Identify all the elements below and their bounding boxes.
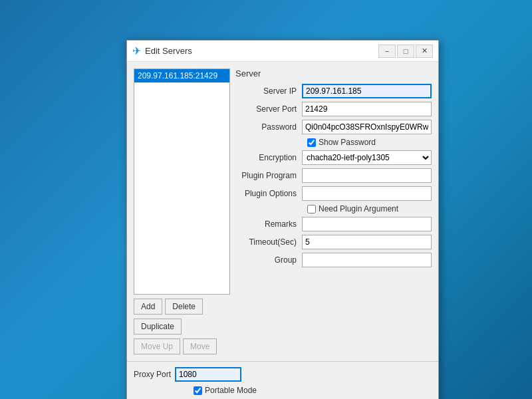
need-plugin-arg-label[interactable]: Need Plugin Argument (307, 204, 398, 213)
server-port-input[interactable] (302, 102, 432, 116)
move-up-button[interactable]: Move Up (134, 338, 180, 354)
encryption-select[interactable]: chacha20-ietf-poly1305 aes-256-gcm aes-1… (302, 150, 432, 165)
title-bar-left: ✈ Edit Servers (132, 45, 192, 57)
server-ip-input[interactable] (302, 84, 432, 98)
close-button[interactable]: ✕ (416, 45, 433, 58)
show-password-row: Show Password (235, 138, 432, 147)
plugin-program-input[interactable] (302, 168, 432, 183)
add-delete-buttons: Add Delete (134, 299, 230, 315)
dialog-title: Edit Servers (145, 46, 192, 56)
duplicate-button[interactable]: Duplicate (134, 319, 182, 334)
dialog-footer: Proxy Port Portable Mode OK Cancel Apply (127, 361, 438, 399)
right-panel: Server Server IP Server Port Password (235, 68, 432, 354)
need-plugin-arg-text: Need Plugin Argument (319, 204, 398, 213)
maximize-button[interactable]: □ (397, 45, 414, 58)
duplicate-button-row: Duplicate (134, 319, 230, 334)
proxy-port-row: Proxy Port (134, 367, 432, 382)
show-password-label[interactable]: Show Password (307, 138, 376, 147)
portable-mode-row: Portable Mode (134, 386, 432, 395)
portable-mode-label[interactable]: Portable Mode (194, 386, 257, 395)
server-ip-row: Server IP (235, 84, 432, 98)
remarks-row: Remarks (235, 217, 432, 231)
plugin-program-row: Plugin Program (235, 168, 432, 183)
password-label: Password (235, 122, 302, 132)
title-buttons: − □ ✕ (378, 45, 433, 58)
timeout-label: Timeout(Sec) (235, 237, 302, 247)
password-row: Password (235, 120, 432, 134)
group-input[interactable] (302, 253, 432, 267)
password-input[interactable] (302, 120, 432, 134)
encryption-row: Encryption chacha20-ietf-poly1305 aes-25… (235, 150, 432, 165)
portable-mode-checkbox[interactable] (194, 386, 202, 395)
need-plugin-arg-checkbox[interactable] (307, 205, 316, 213)
need-plugin-arg-row: Need Plugin Argument (235, 204, 432, 213)
dialog-body: 209.97.161.185:21429 Add Delete Duplicat… (127, 62, 438, 361)
group-row: Group (235, 253, 432, 267)
proxy-port-label: Proxy Port (134, 370, 171, 379)
server-section-label: Server (235, 68, 432, 78)
server-ip-label: Server IP (235, 86, 302, 96)
server-port-row: Server Port (235, 102, 432, 116)
plugin-options-row: Plugin Options (235, 186, 432, 201)
remarks-label: Remarks (235, 219, 302, 229)
remarks-input[interactable] (302, 217, 432, 231)
move-button[interactable]: Move (183, 338, 217, 354)
edit-servers-dialog: ✈ Edit Servers − □ ✕ 209.97.161.185:2142… (126, 40, 439, 399)
server-list-item[interactable]: 209.97.161.185:21429 (134, 69, 229, 82)
show-password-checkbox[interactable] (307, 138, 316, 147)
encryption-label: Encryption (235, 153, 302, 162)
plugin-options-label: Plugin Options (235, 189, 302, 198)
show-password-text: Show Password (319, 138, 376, 147)
plugin-program-label: Plugin Program (235, 171, 302, 180)
proxy-port-input[interactable] (175, 367, 241, 382)
portable-mode-text: Portable Mode (205, 386, 257, 395)
server-port-label: Server Port (235, 104, 302, 114)
timeout-input[interactable] (302, 235, 432, 249)
add-button[interactable]: Add (134, 299, 162, 315)
server-list[interactable]: 209.97.161.185:21429 (134, 68, 230, 295)
delete-button[interactable]: Delete (165, 299, 203, 315)
move-buttons: Move Up Move (134, 338, 230, 354)
title-bar: ✈ Edit Servers − □ ✕ (127, 41, 438, 62)
left-panel: 209.97.161.185:21429 Add Delete Duplicat… (134, 68, 230, 354)
plugin-options-input[interactable] (302, 186, 432, 201)
minimize-button[interactable]: − (378, 45, 396, 58)
app-icon: ✈ (132, 45, 141, 57)
timeout-row: Timeout(Sec) (235, 235, 432, 249)
group-label: Group (235, 255, 302, 265)
